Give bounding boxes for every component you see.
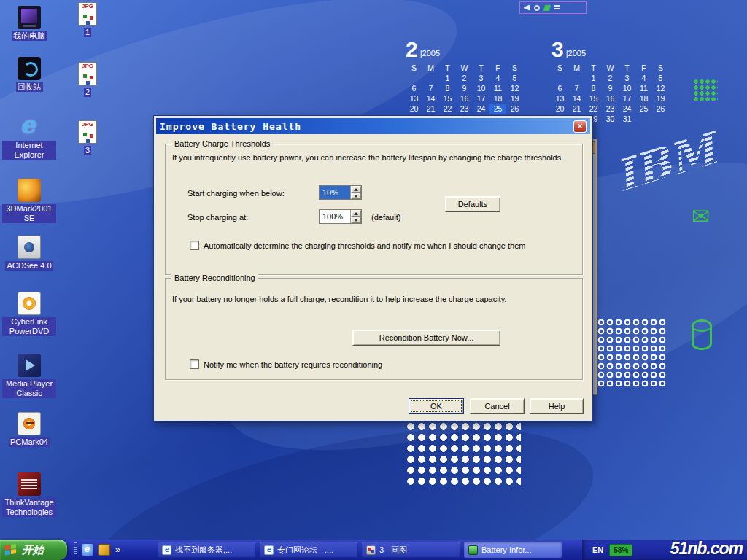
desktop-icon-internet-explorer[interactable]: Internet Explorer xyxy=(2,115,56,160)
desktop-icon-label: ThinkVantage Technologies xyxy=(2,498,56,517)
desktop-icon-label: Internet Explorer xyxy=(2,141,56,160)
task-button-area: 找不到服务器,...专门网论坛 - ....3 - 画图Battery Info… xyxy=(155,540,582,560)
taskbar-task-1[interactable]: 找不到服务器,... xyxy=(158,542,255,558)
calendar-day: 12 xyxy=(652,84,669,93)
wallpaper-pen-icon xyxy=(543,5,551,11)
pcmark-icon xyxy=(18,412,41,435)
calendar-day: 3 xyxy=(473,74,489,83)
taskbar: 开始 » 找不到服务器,...专门网论坛 - ....3 - 画图Battery… xyxy=(0,540,747,560)
mpc-icon xyxy=(18,354,41,377)
calendar-day-header: F xyxy=(489,63,506,73)
defaults-button[interactable]: Defaults xyxy=(445,196,500,212)
calendar-day: 18 xyxy=(489,94,506,104)
calendar-day xyxy=(422,74,439,83)
taskbar-task-2[interactable]: 专门网论坛 - .... xyxy=(260,542,357,558)
close-icon[interactable]: × xyxy=(573,120,587,133)
calendar-day: 24 xyxy=(619,104,635,114)
calendar-day: 7 xyxy=(568,84,585,93)
calendar-day: 20 xyxy=(406,104,422,114)
spinner-arrows[interactable] xyxy=(350,186,361,199)
internet-explorer-quicklaunch-icon[interactable] xyxy=(82,544,93,556)
wallpaper-dot-grid xyxy=(597,318,667,388)
calendar-day: 19 xyxy=(652,94,669,104)
calendar-day: 30 xyxy=(602,114,619,124)
desktop-icon-acdsee-40[interactable]: ACDSee 4.0 xyxy=(2,236,56,271)
auto-determine-checkbox[interactable]: Automatically determine the charging thr… xyxy=(190,241,525,250)
calendar-day: 11 xyxy=(489,84,506,93)
desktop-icon-3dmark2001-se[interactable]: 3DMark2001 SE xyxy=(2,179,56,223)
calendar-month-number: 2 xyxy=(406,40,418,59)
desktop-icon-my-computer[interactable]: 我的电脑 xyxy=(2,6,56,41)
wallpaper-dial-icon xyxy=(534,5,540,11)
calendar-day: 16 xyxy=(602,94,619,104)
start-button[interactable]: 开始 xyxy=(0,540,67,560)
calendar-day: 1 xyxy=(439,74,456,83)
wallpaper-cylinder-icon xyxy=(692,319,712,350)
ibm-logo: IBM xyxy=(611,122,735,198)
calendar-day: 26 xyxy=(652,104,669,114)
spinner-arrows[interactable] xyxy=(350,210,361,223)
quick-launch-overflow-chevron[interactable]: » xyxy=(115,544,120,556)
ie-page-icon xyxy=(264,545,274,555)
desktop-icon-label: PCMark04 xyxy=(9,438,50,447)
checkbox-box[interactable] xyxy=(190,359,199,369)
calendar-day: 22 xyxy=(585,104,602,114)
calendar-header: 3|2005 xyxy=(551,40,672,59)
help-button[interactable]: Help xyxy=(530,398,584,414)
calendar-day: 25 xyxy=(635,104,652,114)
battery-tray-indicator[interactable]: 58% xyxy=(609,544,632,556)
wallpaper-toolbar-graphic xyxy=(519,1,587,14)
start-charging-spinner[interactable]: 10% xyxy=(319,185,362,200)
computer-icon xyxy=(18,6,41,29)
jpg-file-icon: JPG xyxy=(78,120,97,144)
taskbar-task-4[interactable]: Battery Infor... xyxy=(464,542,562,558)
powerdvd-icon xyxy=(18,292,41,315)
ok-button[interactable]: OK xyxy=(409,398,464,414)
battery-icon xyxy=(468,545,478,555)
spin-up-icon[interactable] xyxy=(351,186,361,192)
start-label: 开始 xyxy=(22,543,44,557)
language-indicator[interactable]: EN xyxy=(592,545,603,554)
taskbar-task-3[interactable]: 3 - 画图 xyxy=(362,542,460,558)
checkbox-label: Notify me when the battery requires reco… xyxy=(204,360,382,369)
calendar-day: 19 xyxy=(506,94,523,104)
calendar-day: 8 xyxy=(439,84,456,93)
ie-page-icon xyxy=(162,545,171,555)
desktop-icon-pcmark04[interactable]: PCMark04 xyxy=(2,412,56,447)
task-label: Battery Infor... xyxy=(481,545,531,554)
task-label: 3 - 画图 xyxy=(379,545,407,556)
calendar-day-header: T xyxy=(585,63,602,73)
dialog-title-bar[interactable]: Improve Battery Health × xyxy=(156,118,590,134)
spin-down-icon[interactable] xyxy=(351,217,361,223)
calendar-day: 7 xyxy=(422,84,439,93)
calendar-year: |2005 xyxy=(420,49,440,59)
ie-icon xyxy=(18,115,41,139)
calendar-day: 24 xyxy=(473,104,489,114)
stop-charging-value[interactable]: 100% xyxy=(320,210,350,223)
desktop-icon-thinkvantage-technologies[interactable]: ThinkVantage Technologies xyxy=(2,472,56,517)
checkbox-box[interactable] xyxy=(190,241,199,250)
dialog-body: Battery Charge Thresholds If you infrequ… xyxy=(156,134,590,419)
spin-down-icon[interactable] xyxy=(351,192,361,199)
dialog-title: Improve Battery Health xyxy=(160,121,301,132)
calendar-day-header: T xyxy=(473,63,489,73)
cancel-button[interactable]: Cancel xyxy=(470,398,525,414)
desktop-icon-media-player-classic[interactable]: Media Player Classic xyxy=(2,354,56,398)
stop-charging-spinner[interactable]: 100% xyxy=(319,209,362,224)
media-quicklaunch-icon[interactable] xyxy=(98,544,110,556)
desktop-icon-jpg-3[interactable]: JPG3 xyxy=(67,120,108,155)
calendar-month-2: 2|2005SMTWTFS123456789101112131415161718… xyxy=(406,40,526,114)
desktop-icon-cyberlink-powerdvd[interactable]: CyberLink PowerDVD xyxy=(2,292,56,336)
desktop-icon-jpg-1[interactable]: JPG1 xyxy=(67,2,108,37)
spin-up-icon[interactable] xyxy=(351,210,361,217)
quick-launch: » xyxy=(67,540,155,560)
calendar-day: 21 xyxy=(422,104,439,114)
desktop-icon-jpg-2[interactable]: JPG2 xyxy=(67,62,108,97)
calendar-month-3: 3|2005SMTWTFS123456789101112131415161718… xyxy=(551,40,672,124)
notify-reconditioning-checkbox[interactable]: Notify me when the battery requires reco… xyxy=(190,359,382,369)
start-charging-value[interactable]: 10% xyxy=(320,186,350,199)
recondition-battery-button[interactable]: Recondition Battery Now... xyxy=(352,330,500,346)
quick-launch-handle[interactable] xyxy=(74,542,77,557)
calendar-day-header: S xyxy=(506,63,523,73)
desktop-icon-recycle-bin[interactable]: 回收站 xyxy=(2,57,56,92)
